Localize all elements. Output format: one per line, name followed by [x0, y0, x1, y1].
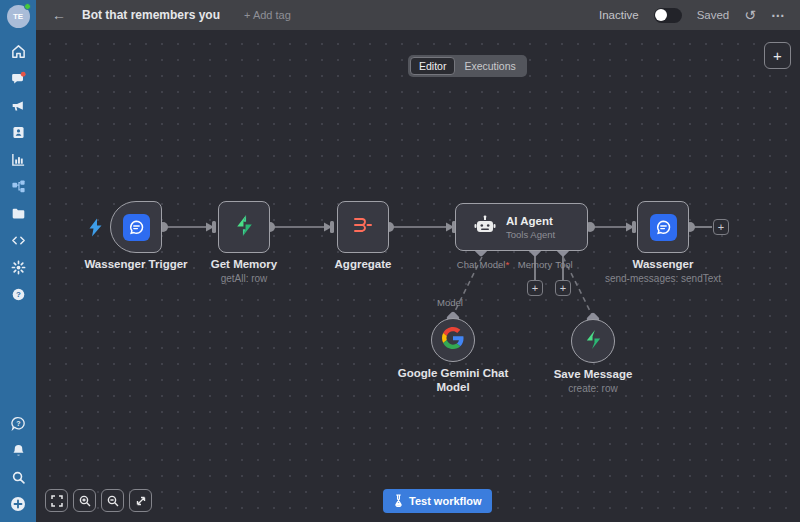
tab-executions[interactable]: Executions — [455, 57, 524, 75]
activation-status-label: Inactive — [599, 9, 639, 21]
node-gemini-chat-model[interactable] — [431, 318, 475, 362]
chat-notifications-icon[interactable] — [10, 70, 26, 86]
add-memory-button[interactable]: + — [527, 280, 543, 296]
home-icon[interactable] — [10, 43, 26, 59]
zoom-out-button[interactable] — [101, 489, 124, 512]
robot-icon — [474, 215, 496, 239]
support-chat-icon[interactable]: ? — [10, 415, 26, 431]
workflow-canvas[interactable]: Editor Executions + — [36, 30, 800, 522]
toggle-knob — [655, 9, 667, 21]
node-get-memory[interactable] — [218, 201, 270, 253]
canvas-zoom-controls — [45, 489, 152, 512]
node-label-aggregate: Aggregate — [335, 258, 392, 270]
node-label-save-message: Save Message — [554, 368, 633, 380]
zoom-in-button[interactable] — [73, 489, 96, 512]
workflow-title[interactable]: Bot that remembers you — [82, 8, 220, 22]
add-circle-icon[interactable] — [10, 496, 26, 512]
port-label-tool: Tool — [555, 259, 572, 270]
add-tag-button[interactable]: + Add tag — [244, 9, 291, 21]
workspace-avatar[interactable]: TE — [7, 5, 30, 28]
node-wassenger-send[interactable] — [637, 201, 689, 253]
ai-agent-title: AI Agent — [506, 215, 555, 227]
search-icon[interactable] — [10, 469, 26, 485]
online-status-dot — [24, 3, 31, 10]
svg-text:?: ? — [16, 290, 21, 299]
reset-zoom-button[interactable] — [129, 489, 152, 512]
code-icon[interactable] — [10, 232, 26, 248]
wassenger-icon — [650, 214, 677, 241]
port-label-memory: Memory — [518, 259, 552, 270]
settings-gear-icon[interactable] — [10, 259, 26, 275]
help-icon[interactable]: ? — [10, 286, 26, 302]
svg-text:?: ? — [16, 419, 20, 426]
test-workflow-label: Test workflow — [409, 495, 482, 507]
port-label-model: Model — [437, 297, 463, 308]
test-workflow-button[interactable]: Test workflow — [383, 489, 492, 513]
workflow-header: ← Bot that remembers you + Add tag Inact… — [36, 0, 800, 30]
activation-toggle[interactable] — [654, 8, 682, 23]
view-tabs: Editor Executions — [408, 55, 527, 77]
node-aggregate[interactable] — [337, 201, 389, 253]
required-asterisk: * — [505, 259, 509, 270]
fit-view-button[interactable] — [45, 489, 68, 512]
node-subtitle-wassenger-send: send-messages: sendText — [605, 273, 721, 284]
insights-chart-icon[interactable] — [10, 151, 26, 167]
add-node-button[interactable]: + — [764, 42, 791, 69]
saved-status: Saved — [697, 9, 730, 21]
folder-icon[interactable] — [10, 205, 26, 221]
node-label-wassenger-send: Wassenger — [633, 258, 694, 270]
back-button[interactable]: ← — [52, 7, 66, 23]
version-history-icon[interactable]: ↺ — [744, 8, 756, 22]
add-next-node-button[interactable]: + — [713, 219, 729, 235]
n8n-workflow-editor: { "icons": { "back": "←", "more": "⋯", "… — [0, 0, 800, 522]
megaphone-icon[interactable] — [10, 97, 26, 113]
wassenger-icon — [123, 214, 150, 241]
flask-icon — [393, 494, 404, 509]
node-label-get-memory: Get Memory — [211, 258, 277, 270]
node-label-wassenger-trigger: Wassenger Trigger — [84, 258, 187, 270]
contacts-icon[interactable] — [10, 124, 26, 140]
supabase-icon — [582, 328, 605, 355]
ai-agent-subtitle: Tools Agent — [506, 229, 555, 240]
google-g-icon — [442, 327, 464, 353]
notifications-bell-icon[interactable] — [10, 442, 26, 458]
aggregate-icon — [351, 213, 375, 241]
workflows-icon-active[interactable] — [10, 178, 26, 194]
node-wassenger-trigger[interactable] — [110, 201, 162, 253]
node-save-message[interactable] — [571, 319, 615, 363]
node-subtitle-save-message: create: row — [568, 383, 617, 394]
add-tool-button[interactable]: + — [555, 280, 571, 296]
main-sidebar: TE — [0, 0, 36, 522]
node-subtitle-get-memory: getAll: row — [221, 273, 268, 284]
supabase-icon — [232, 213, 257, 242]
node-label-gemini: Google Gemini Chat Model — [388, 367, 518, 395]
more-options-icon[interactable]: ⋯ — [771, 7, 786, 23]
trigger-lightning-icon — [88, 218, 103, 241]
node-ai-agent[interactable]: AI Agent Tools Agent — [455, 203, 588, 251]
port-label-chat-model: Chat Model* — [457, 259, 509, 270]
tab-editor[interactable]: Editor — [410, 57, 455, 75]
